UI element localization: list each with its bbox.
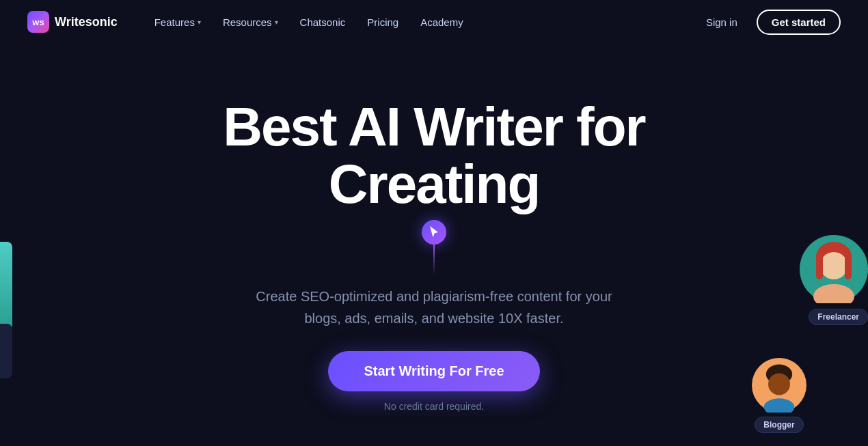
cta-button[interactable]: Start Writing For Free: [328, 351, 539, 391]
logo[interactable]: ws Writesonic: [27, 11, 118, 33]
navbar: ws Writesonic Features ▾ Resources ▾ Cha…: [0, 0, 868, 44]
svg-rect-4: [845, 255, 852, 279]
brand-name: Writesonic: [55, 15, 118, 29]
svg-point-2: [820, 252, 847, 279]
left-avatar-partial-top: [0, 242, 12, 331]
svg-point-8: [768, 373, 790, 395]
blogger-avatar: [752, 358, 806, 413]
sign-in-button[interactable]: Sign in: [698, 11, 746, 33]
hero-subtitle: Create SEO-optimized and plagiarism-free…: [249, 285, 619, 329]
hero-section: Best AI Writer for Creating Create SEO-o…: [0, 44, 868, 412]
nav-item-pricing[interactable]: Pricing: [357, 11, 408, 33]
svg-rect-3: [816, 255, 823, 279]
nav-item-academy[interactable]: Academy: [411, 11, 473, 33]
nav-item-resources[interactable]: Resources ▾: [213, 11, 288, 33]
pin-line: [433, 245, 435, 275]
chevron-down-icon: ▾: [198, 18, 201, 26]
blogger-avatar-group: Blogger: [752, 358, 806, 433]
no-credit-text: No credit card required.: [384, 401, 484, 412]
hero-title: Best AI Writer for Creating: [126, 98, 742, 213]
cursor-pin: [420, 220, 448, 275]
logo-icon: ws: [27, 11, 49, 33]
blogger-badge: Blogger: [755, 417, 803, 433]
nav-item-chatsonic[interactable]: Chatsonic: [290, 11, 355, 33]
chevron-down-icon: ▾: [275, 18, 278, 26]
freelancer-avatar: [800, 235, 868, 303]
nav-right: Sign in Get started: [698, 10, 841, 35]
nav-item-features[interactable]: Features ▾: [145, 11, 211, 33]
nav-links: Features ▾ Resources ▾ Chatsonic Pricing…: [145, 11, 698, 33]
cursor-icon: [422, 220, 446, 245]
get-started-button[interactable]: Get started: [757, 10, 841, 35]
freelancer-avatar-group: Freelancer: [800, 235, 868, 325]
freelancer-badge: Freelancer: [809, 309, 868, 325]
left-avatar-partial-bottom: [0, 324, 12, 378]
